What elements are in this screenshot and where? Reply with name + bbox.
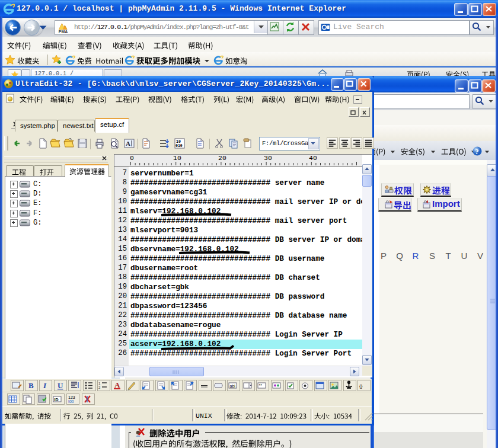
svg-text:2: 2 (98, 386, 101, 389)
svg-text:?: ? (475, 148, 479, 156)
svg-text:ID: ID (55, 398, 59, 402)
svg-text:PMA: PMA (59, 30, 68, 34)
svg-text:10: 10 (176, 140, 181, 144)
svg-text:A: A (126, 140, 130, 147)
svg-text:A: A (114, 380, 120, 389)
svg-text:123: 123 (68, 395, 75, 399)
svg-text:U: U (58, 381, 63, 390)
svg-text:B: B (28, 381, 34, 390)
svg-text:**: ** (259, 383, 263, 388)
svg-text:I: I (43, 381, 47, 390)
svg-text:t00: t00 (68, 399, 74, 404)
svg-text:{}: {} (359, 383, 363, 389)
svg-text:010: 010 (175, 144, 183, 148)
svg-text:1: 1 (98, 382, 101, 385)
svg-text:abl: abl (230, 384, 236, 388)
